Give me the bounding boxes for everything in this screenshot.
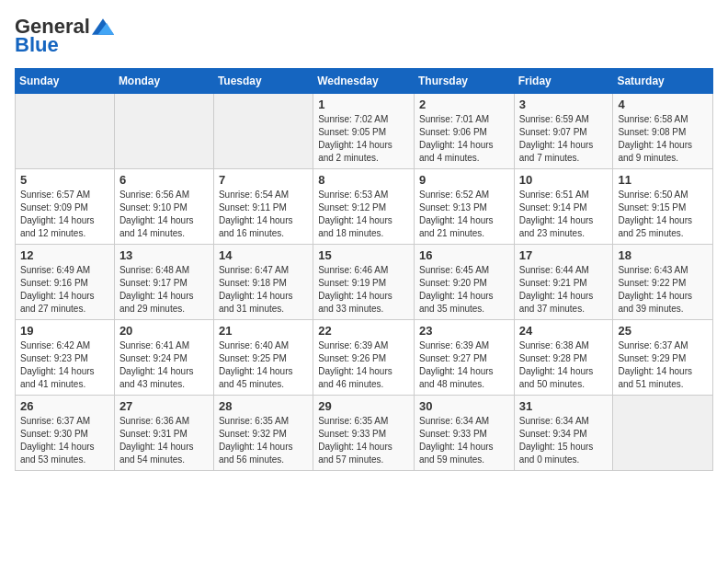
calendar-day-cell: 14 Sunrise: 6:47 AMSunset: 9:18 PMDaylig… bbox=[213, 245, 313, 320]
day-info: Sunrise: 6:59 AMSunset: 9:07 PMDaylight:… bbox=[519, 113, 609, 165]
weekday-header-saturday: Saturday bbox=[613, 69, 713, 94]
calendar-day-cell: 5 Sunrise: 6:57 AMSunset: 9:09 PMDayligh… bbox=[16, 169, 115, 245]
weekday-header-monday: Monday bbox=[114, 69, 213, 94]
calendar-table: SundayMondayTuesdayWednesdayThursdayFrid… bbox=[15, 68, 713, 471]
calendar-day-cell: 1 Sunrise: 7:02 AMSunset: 9:05 PMDayligh… bbox=[313, 94, 415, 169]
day-number: 6 bbox=[119, 173, 209, 187]
weekday-header-sunday: Sunday bbox=[16, 69, 115, 94]
calendar-day-cell: 9 Sunrise: 6:52 AMSunset: 9:13 PMDayligh… bbox=[414, 169, 514, 245]
day-info: Sunrise: 6:54 AMSunset: 9:11 PMDaylight:… bbox=[219, 189, 308, 240]
day-info: Sunrise: 6:37 AMSunset: 9:30 PMDaylight:… bbox=[20, 415, 109, 466]
calendar-day-cell: 26 Sunrise: 6:37 AMSunset: 9:30 PMDaylig… bbox=[16, 396, 115, 471]
calendar-week-row: 5 Sunrise: 6:57 AMSunset: 9:09 PMDayligh… bbox=[16, 169, 713, 245]
day-info: Sunrise: 6:38 AMSunset: 9:28 PMDaylight:… bbox=[519, 339, 609, 391]
day-number: 4 bbox=[618, 98, 708, 111]
calendar-day-cell: 20 Sunrise: 6:41 AMSunset: 9:24 PMDaylig… bbox=[114, 320, 213, 396]
day-info: Sunrise: 6:44 AMSunset: 9:21 PMDaylight:… bbox=[519, 264, 609, 316]
day-number: 10 bbox=[519, 173, 609, 187]
day-number: 9 bbox=[419, 173, 509, 187]
calendar-day-cell: 22 Sunrise: 6:39 AMSunset: 9:26 PMDaylig… bbox=[313, 320, 415, 396]
day-number: 11 bbox=[618, 173, 708, 187]
day-number: 15 bbox=[318, 248, 409, 262]
calendar-day-cell: 27 Sunrise: 6:36 AMSunset: 9:31 PMDaylig… bbox=[114, 396, 213, 471]
day-number: 14 bbox=[219, 248, 308, 262]
day-number: 18 bbox=[618, 248, 708, 262]
day-number: 20 bbox=[119, 324, 209, 338]
day-number: 13 bbox=[119, 248, 209, 262]
day-info: Sunrise: 6:51 AMSunset: 9:14 PMDaylight:… bbox=[519, 189, 609, 240]
calendar-day-cell: 18 Sunrise: 6:43 AMSunset: 9:22 PMDaylig… bbox=[613, 245, 713, 320]
calendar-day-cell: 7 Sunrise: 6:54 AMSunset: 9:11 PMDayligh… bbox=[213, 169, 313, 245]
calendar-week-row: 12 Sunrise: 6:49 AMSunset: 9:16 PMDaylig… bbox=[16, 245, 713, 320]
day-info: Sunrise: 6:58 AMSunset: 9:08 PMDaylight:… bbox=[618, 113, 708, 165]
calendar-day-cell: 6 Sunrise: 6:56 AMSunset: 9:10 PMDayligh… bbox=[114, 169, 213, 245]
calendar-day-cell bbox=[613, 396, 713, 471]
day-number: 27 bbox=[119, 399, 209, 413]
weekday-header-thursday: Thursday bbox=[414, 69, 514, 94]
day-number: 19 bbox=[20, 324, 109, 338]
calendar-day-cell: 29 Sunrise: 6:35 AMSunset: 9:33 PMDaylig… bbox=[313, 396, 415, 471]
calendar-day-cell: 17 Sunrise: 6:44 AMSunset: 9:21 PMDaylig… bbox=[514, 245, 613, 320]
day-number: 12 bbox=[20, 248, 109, 262]
day-number: 30 bbox=[419, 399, 509, 413]
day-number: 24 bbox=[519, 324, 609, 338]
day-info: Sunrise: 6:39 AMSunset: 9:26 PMDaylight:… bbox=[318, 339, 409, 391]
day-info: Sunrise: 6:41 AMSunset: 9:24 PMDaylight:… bbox=[119, 339, 209, 391]
day-info: Sunrise: 6:35 AMSunset: 9:32 PMDaylight:… bbox=[219, 415, 308, 466]
day-info: Sunrise: 6:42 AMSunset: 9:23 PMDaylight:… bbox=[20, 339, 109, 391]
day-number: 29 bbox=[318, 399, 409, 413]
day-number: 16 bbox=[419, 248, 509, 262]
calendar-day-cell: 31 Sunrise: 6:34 AMSunset: 9:34 PMDaylig… bbox=[514, 396, 613, 471]
day-number: 26 bbox=[20, 399, 109, 413]
day-info: Sunrise: 6:40 AMSunset: 9:25 PMDaylight:… bbox=[219, 339, 308, 391]
calendar-day-cell: 30 Sunrise: 6:34 AMSunset: 9:33 PMDaylig… bbox=[414, 396, 514, 471]
day-number: 25 bbox=[618, 324, 708, 338]
calendar-day-cell: 3 Sunrise: 6:59 AMSunset: 9:07 PMDayligh… bbox=[514, 94, 613, 169]
day-info: Sunrise: 6:57 AMSunset: 9:09 PMDaylight:… bbox=[20, 189, 109, 240]
day-number: 5 bbox=[20, 173, 109, 187]
day-info: Sunrise: 6:53 AMSunset: 9:12 PMDaylight:… bbox=[318, 189, 409, 240]
day-info: Sunrise: 6:43 AMSunset: 9:22 PMDaylight:… bbox=[618, 264, 708, 316]
day-info: Sunrise: 6:50 AMSunset: 9:15 PMDaylight:… bbox=[618, 189, 708, 240]
day-number: 23 bbox=[419, 324, 509, 338]
day-info: Sunrise: 6:45 AMSunset: 9:20 PMDaylight:… bbox=[419, 264, 509, 316]
calendar-day-cell: 28 Sunrise: 6:35 AMSunset: 9:32 PMDaylig… bbox=[213, 396, 313, 471]
calendar-day-cell bbox=[16, 94, 115, 169]
day-number: 8 bbox=[318, 173, 409, 187]
calendar-day-cell: 25 Sunrise: 6:37 AMSunset: 9:29 PMDaylig… bbox=[613, 320, 713, 396]
day-number: 1 bbox=[318, 98, 409, 111]
calendar-day-cell: 2 Sunrise: 7:01 AMSunset: 9:06 PMDayligh… bbox=[414, 94, 514, 169]
day-info: Sunrise: 6:47 AMSunset: 9:18 PMDaylight:… bbox=[219, 264, 308, 316]
day-info: Sunrise: 6:49 AMSunset: 9:16 PMDaylight:… bbox=[20, 264, 109, 316]
day-number: 22 bbox=[318, 324, 409, 338]
logo-blue-text: Blue bbox=[15, 33, 59, 57]
weekday-header-wednesday: Wednesday bbox=[313, 69, 415, 94]
day-number: 17 bbox=[519, 248, 609, 262]
calendar-day-cell: 11 Sunrise: 6:50 AMSunset: 9:15 PMDaylig… bbox=[613, 169, 713, 245]
calendar-day-cell: 8 Sunrise: 6:53 AMSunset: 9:12 PMDayligh… bbox=[313, 169, 415, 245]
day-info: Sunrise: 6:56 AMSunset: 9:10 PMDaylight:… bbox=[119, 189, 209, 240]
day-number: 31 bbox=[519, 399, 609, 413]
day-info: Sunrise: 6:48 AMSunset: 9:17 PMDaylight:… bbox=[119, 264, 209, 316]
calendar-header-row: SundayMondayTuesdayWednesdayThursdayFrid… bbox=[16, 69, 713, 94]
weekday-header-friday: Friday bbox=[514, 69, 613, 94]
calendar-week-row: 26 Sunrise: 6:37 AMSunset: 9:30 PMDaylig… bbox=[16, 396, 713, 471]
logo-icon bbox=[92, 18, 114, 35]
page-header: General Blue bbox=[15, 15, 713, 57]
calendar-day-cell: 13 Sunrise: 6:48 AMSunset: 9:17 PMDaylig… bbox=[114, 245, 213, 320]
calendar-day-cell: 16 Sunrise: 6:45 AMSunset: 9:20 PMDaylig… bbox=[414, 245, 514, 320]
calendar-day-cell: 10 Sunrise: 6:51 AMSunset: 9:14 PMDaylig… bbox=[514, 169, 613, 245]
day-info: Sunrise: 6:34 AMSunset: 9:34 PMDaylight:… bbox=[519, 415, 609, 466]
day-info: Sunrise: 6:52 AMSunset: 9:13 PMDaylight:… bbox=[419, 189, 509, 240]
logo: General Blue bbox=[15, 15, 114, 57]
day-info: Sunrise: 6:39 AMSunset: 9:27 PMDaylight:… bbox=[419, 339, 509, 391]
day-number: 7 bbox=[219, 173, 308, 187]
weekday-header-tuesday: Tuesday bbox=[213, 69, 313, 94]
day-number: 21 bbox=[219, 324, 308, 338]
calendar-day-cell: 23 Sunrise: 6:39 AMSunset: 9:27 PMDaylig… bbox=[414, 320, 514, 396]
calendar-week-row: 1 Sunrise: 7:02 AMSunset: 9:05 PMDayligh… bbox=[16, 94, 713, 169]
day-number: 2 bbox=[419, 98, 509, 111]
calendar-day-cell: 24 Sunrise: 6:38 AMSunset: 9:28 PMDaylig… bbox=[514, 320, 613, 396]
day-info: Sunrise: 6:34 AMSunset: 9:33 PMDaylight:… bbox=[419, 415, 509, 466]
calendar-day-cell: 4 Sunrise: 6:58 AMSunset: 9:08 PMDayligh… bbox=[613, 94, 713, 169]
